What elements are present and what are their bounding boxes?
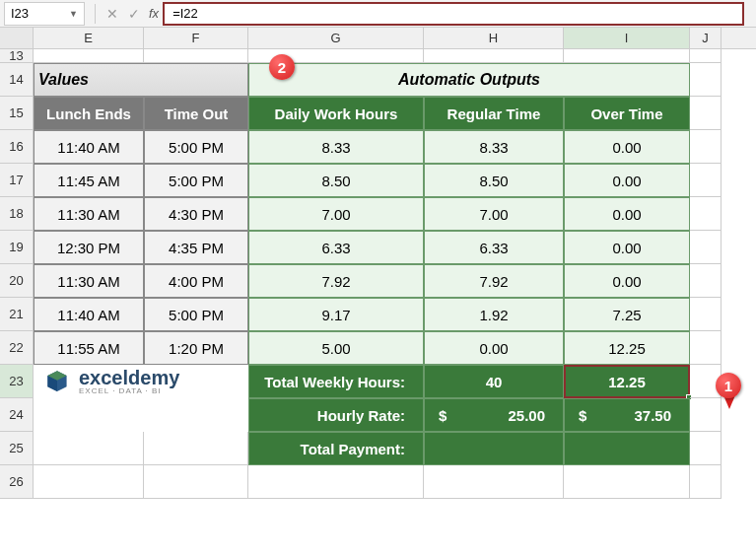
cell-daily[interactable]: 8.33 (248, 130, 424, 164)
cell[interactable] (690, 465, 722, 499)
row-header-18[interactable]: 18 (0, 197, 34, 231)
cell-lunch[interactable]: 11:40 AM (34, 130, 144, 164)
cell-daily[interactable]: 7.00 (248, 197, 424, 231)
cell[interactable] (34, 432, 144, 465)
cell[interactable] (424, 465, 564, 499)
cell-reg[interactable]: 7.92 (424, 264, 564, 298)
cell[interactable] (34, 465, 144, 499)
label-total-payment[interactable]: Total Payment: (248, 432, 424, 465)
cell[interactable] (690, 331, 722, 365)
cell-ot[interactable]: 7.25 (564, 298, 690, 331)
cell[interactable] (690, 49, 722, 63)
cell-daily[interactable]: 9.17 (248, 298, 424, 331)
cell-ot[interactable]: 0.00 (564, 264, 690, 298)
cell-timeout[interactable]: 5:00 PM (144, 130, 248, 164)
cell[interactable] (144, 465, 248, 499)
cell-reg[interactable]: 8.33 (424, 130, 564, 164)
cancel-icon[interactable]: ✕ (102, 3, 123, 25)
row-header-26[interactable]: 26 (0, 465, 34, 499)
select-all-corner[interactable] (0, 28, 34, 48)
cell-daily[interactable]: 6.33 (248, 231, 424, 264)
cell-timeout[interactable]: 5:00 PM (144, 298, 248, 331)
cell[interactable] (690, 164, 722, 197)
col-header-J[interactable]: J (690, 28, 722, 48)
name-box[interactable]: I23 ▼ (4, 2, 85, 26)
cell-timeout[interactable]: 4:30 PM (144, 197, 248, 231)
row-header-24[interactable]: 24 (0, 398, 34, 432)
cell[interactable] (690, 264, 722, 298)
cell[interactable] (690, 197, 722, 231)
cell-reg[interactable]: 0.00 (424, 331, 564, 365)
cell[interactable] (34, 398, 248, 432)
hdr-over-time[interactable]: Over Time (564, 97, 690, 130)
cell[interactable] (144, 432, 248, 465)
value-total-weekly-ot[interactable]: 12.25 (564, 365, 690, 398)
cell[interactable] (690, 298, 722, 331)
chevron-down-icon[interactable]: ▼ (69, 9, 78, 19)
cell-daily[interactable]: 7.92 (248, 264, 424, 298)
row-header-19[interactable]: 19 (0, 231, 34, 264)
cell[interactable] (564, 49, 690, 63)
cell-daily[interactable]: 8.50 (248, 164, 424, 197)
cell-timeout[interactable]: 1:20 PM (144, 331, 248, 365)
col-header-H[interactable]: H (424, 28, 564, 48)
row-header-17[interactable]: 17 (0, 164, 34, 197)
label-total-weekly[interactable]: Total Weekly Hours: (248, 365, 424, 398)
cell-ot[interactable]: 0.00 (564, 231, 690, 264)
cell-lunch[interactable]: 11:30 AM (34, 197, 144, 231)
cell-ot[interactable]: 0.00 (564, 130, 690, 164)
cell-lunch[interactable]: 11:40 AM (34, 298, 144, 331)
row-header-22[interactable]: 22 (0, 331, 34, 365)
row-header-23[interactable]: 23 (0, 365, 34, 398)
cell-daily[interactable]: 5.00 (248, 331, 424, 365)
fx-icon[interactable]: fx (149, 6, 159, 21)
cell-lunch[interactable]: 12:30 PM (34, 231, 144, 264)
cell-reg[interactable]: 1.92 (424, 298, 564, 331)
cell-ot[interactable]: 0.00 (564, 197, 690, 231)
col-header-E[interactable]: E (34, 28, 144, 48)
row-header-15[interactable]: 15 (0, 97, 34, 130)
hdr-lunch-ends[interactable]: Lunch Ends (34, 97, 144, 130)
col-header-F[interactable]: F (144, 28, 248, 48)
cell-lunch[interactable]: 11:30 AM (34, 264, 144, 298)
cell-ot[interactable]: 12.25 (564, 331, 690, 365)
formula-input[interactable]: =I22 (163, 2, 744, 26)
cell-reg[interactable]: 6.33 (424, 231, 564, 264)
cell-lunch[interactable]: 11:55 AM (34, 331, 144, 365)
value-total-weekly-reg[interactable]: 40 (424, 365, 564, 398)
cell-timeout[interactable]: 4:35 PM (144, 231, 248, 264)
value-total-payment-reg[interactable] (424, 432, 564, 465)
col-header-I[interactable]: I (564, 28, 690, 48)
hdr-daily-hours[interactable]: Daily Work Hours (248, 97, 424, 130)
cell-lunch[interactable]: 11:45 AM (34, 164, 144, 197)
cell[interactable] (690, 432, 722, 465)
cell[interactable] (564, 465, 690, 499)
cell[interactable] (248, 465, 424, 499)
value-hourly-rate-reg[interactable]: $ 25.00 (424, 398, 564, 432)
check-icon[interactable]: ✓ (123, 3, 145, 25)
col-header-G[interactable]: G (248, 28, 424, 48)
hdr-regular-time[interactable]: Regular Time (424, 97, 564, 130)
cell[interactable] (690, 97, 722, 130)
row-header-20[interactable]: 20 (0, 264, 34, 298)
cell[interactable] (34, 49, 144, 63)
value-hourly-rate-ot[interactable]: $ 37.50 (564, 398, 690, 432)
cell-reg[interactable]: 8.50 (424, 164, 564, 197)
cell-timeout[interactable]: 4:00 PM (144, 264, 248, 298)
cell[interactable] (690, 130, 722, 164)
row-header-16[interactable]: 16 (0, 130, 34, 164)
cell-timeout[interactable]: 5:00 PM (144, 164, 248, 197)
row-header-14[interactable]: 14 (0, 63, 34, 97)
row-header-25[interactable]: 25 (0, 432, 34, 465)
row-header-13[interactable]: 13 (0, 49, 34, 63)
cell-reg[interactable]: 7.00 (424, 197, 564, 231)
value-total-payment-ot[interactable] (564, 432, 690, 465)
section-values[interactable]: Values (34, 63, 248, 97)
cell[interactable] (690, 398, 722, 432)
cell-ot[interactable]: 0.00 (564, 164, 690, 197)
hdr-time-out[interactable]: Time Out (144, 97, 248, 130)
label-hourly-rate[interactable]: Hourly Rate: (248, 398, 424, 432)
cell[interactable] (690, 231, 722, 264)
row-header-21[interactable]: 21 (0, 298, 34, 331)
cell[interactable] (424, 49, 564, 63)
